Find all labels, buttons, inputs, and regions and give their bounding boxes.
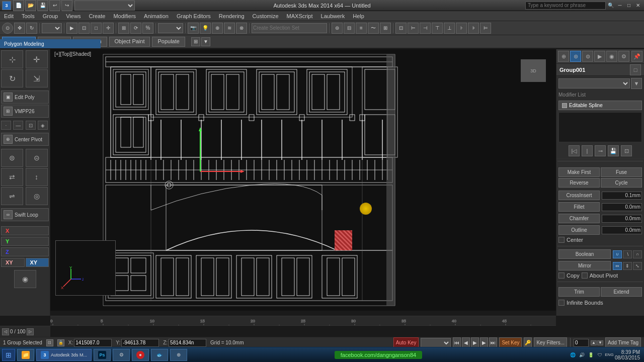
helper-btn[interactable]: ⊕ [212, 23, 223, 34]
network-icon[interactable]: 🌐 [570, 351, 577, 358]
selection-set-input[interactable] [252, 23, 327, 33]
frame-input[interactable] [574, 339, 589, 347]
next-frame-btn[interactable]: ▷ [27, 328, 34, 335]
extend-btn[interactable]: Extend [601, 287, 642, 297]
scale-icon[interactable]: ⇲ [26, 69, 48, 87]
stack-icon1[interactable]: |◁ [569, 145, 580, 156]
task-explorer[interactable]: 📁 [17, 349, 34, 361]
task-3dsmax[interactable]: 3 Autodesk 3ds M... [36, 349, 92, 361]
center-checkbox[interactable] [558, 237, 565, 243]
rp-modify-icon[interactable]: ⊛ [570, 51, 581, 62]
sub-icon1[interactable]: · [1, 121, 11, 130]
y-axis-btn[interactable]: Y [1, 237, 49, 246]
frame-down-btn[interactable]: ▼ [597, 340, 603, 345]
fillet-btn[interactable]: Fillet [558, 202, 600, 212]
rotate-tool[interactable]: ↻ [26, 23, 37, 34]
systems-btn[interactable]: ⊗ [236, 23, 247, 34]
select-region[interactable]: ⊡ [78, 23, 90, 34]
open-btn[interactable]: 📂 [25, 0, 36, 11]
rp-motion-icon[interactable]: ▶ [594, 51, 605, 62]
menu-edit[interactable]: Edit [0, 12, 18, 20]
boolean-btn[interactable]: Boolean [558, 249, 611, 259]
x-input[interactable] [74, 339, 112, 347]
rp-display-icon[interactable]: ◉ [606, 51, 617, 62]
search-icon[interactable]: 🔍 [607, 2, 615, 9]
cursor-icon[interactable]: ⊹ [1, 50, 23, 68]
cycle-btn[interactable]: Cycle [601, 178, 642, 188]
task-other4[interactable]: ⊕ [170, 349, 187, 361]
tool6[interactable]: ⊦ [456, 23, 467, 34]
tool4[interactable]: ⊤ [432, 23, 443, 34]
maximize-btn[interactable]: □ [625, 2, 633, 9]
menu-help[interactable]: Help [349, 12, 368, 20]
minimize-btn[interactable]: ─ [616, 2, 624, 9]
start-btn[interactable]: ⊞ [2, 349, 15, 361]
outline-btn[interactable]: Outline [558, 225, 600, 235]
circular-icon[interactable]: ◉ [14, 270, 36, 288]
trim-btn[interactable]: Trim [558, 287, 600, 297]
view-select[interactable]: View [158, 23, 183, 33]
rp-pin-icon[interactable]: 📌 [631, 51, 642, 62]
sub-icon3[interactable]: ⊡ [26, 121, 36, 130]
menu-animation[interactable]: Animation [140, 12, 173, 20]
percent-snap[interactable]: % [142, 23, 153, 34]
tab-icon2[interactable]: ▼ [201, 37, 210, 46]
mirror-h-btn[interactable]: ⇔ [613, 262, 622, 270]
y-input[interactable] [121, 339, 159, 347]
tab-object-paint[interactable]: Object Paint [109, 37, 150, 47]
snap-toggle[interactable]: ⊞ [118, 23, 129, 34]
fuse-btn[interactable]: Fuse [601, 167, 642, 177]
rp-utilities-icon[interactable]: ⚙ [618, 51, 629, 62]
rp-hierarchy-icon[interactable]: ⊜ [582, 51, 593, 62]
task-other3[interactable]: 🐟 [151, 349, 168, 361]
modifier-list-select[interactable]: Modifier List [558, 78, 630, 88]
fillet-val[interactable] [602, 203, 642, 211]
save-btn[interactable]: 💾 [37, 0, 48, 11]
space-warp[interactable]: ≋ [224, 23, 235, 34]
mirror-v-btn[interactable]: ⇕ [623, 262, 632, 270]
chamfer-val[interactable] [602, 215, 642, 223]
icon-b[interactable]: ⊝ [26, 149, 48, 167]
menu-laubwerk[interactable]: Laubwerk [317, 12, 349, 20]
vmpp26-btn[interactable]: ⊞ VMPP26 [1, 105, 49, 118]
schematic-btn[interactable]: ⊞ [380, 23, 391, 34]
sound-icon[interactable]: 🔊 [579, 351, 586, 358]
stack-icon3[interactable]: ⊸ [595, 145, 606, 156]
modifier-item[interactable]: Editable Spline [558, 101, 642, 110]
xy-btn[interactable]: XY [1, 258, 25, 267]
workspace-selector[interactable]: Workspace: Default [74, 1, 135, 11]
tool5[interactable]: ⊥ [444, 23, 455, 34]
filter-select[interactable]: All [42, 23, 62, 33]
edit-poly-btn[interactable]: ▣ Edit Poly [1, 90, 49, 104]
stack-icon4[interactable]: 💾 [608, 145, 619, 156]
task-other1[interactable]: ⚙ [113, 349, 130, 361]
light-btn[interactable]: 💡 [200, 23, 211, 34]
task-other2[interactable]: ● [132, 349, 149, 361]
rp-expand-icon[interactable]: □ [630, 64, 641, 75]
tool2[interactable]: ⊢ [408, 23, 419, 34]
stack-icon5[interactable]: ⊡ [621, 145, 632, 156]
window-select[interactable]: □ [91, 23, 102, 34]
menu-modifiers[interactable]: Modifiers [109, 12, 140, 20]
key-mode-select[interactable]: Selected [421, 338, 451, 348]
tab-populate[interactable]: Populate [152, 37, 185, 47]
bool-intersect-btn[interactable]: ∩ [633, 250, 642, 258]
chamfer-btn[interactable]: Chamfer [558, 214, 600, 223]
keyboard-icon[interactable]: ENG [606, 351, 613, 358]
modifier-expand-icon[interactable]: ▼ [631, 78, 642, 89]
tool8[interactable]: ⊨ [480, 23, 491, 34]
prev-frame-btn[interactable]: ◁ [2, 328, 9, 335]
icon-c[interactable]: ⇄ [1, 168, 23, 186]
reverse-btn[interactable]: Reverse [558, 178, 600, 188]
bool-union-btn[interactable]: ∪ [613, 250, 622, 258]
camera-btn[interactable]: 📷 [188, 23, 199, 34]
select-tool[interactable]: ⊙ [2, 23, 13, 34]
icon-f[interactable]: ◎ [26, 187, 48, 205]
menu-tools[interactable]: Tools [18, 12, 39, 20]
menu-maxscript[interactable]: MAXScript [283, 12, 317, 20]
cross-insert-val[interactable] [602, 192, 642, 200]
copy-checkbox[interactable] [558, 273, 565, 279]
rp-create-icon[interactable]: ⊕ [558, 51, 569, 62]
shield-icon[interactable]: 🛡 [597, 351, 604, 358]
tab-icon1[interactable]: ⊞ [191, 37, 200, 46]
